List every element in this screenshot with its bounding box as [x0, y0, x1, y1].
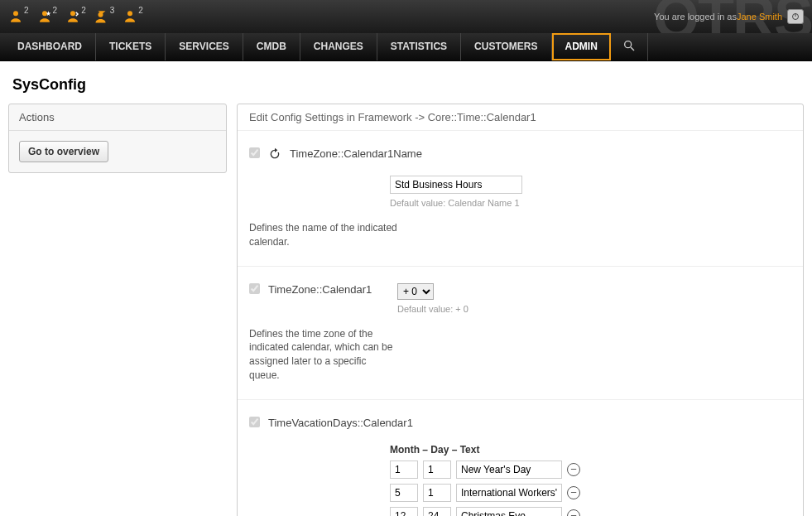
setting-label: TimeVacationDays::Calendar1 — [268, 417, 413, 429]
setting-calendar-timezone: TimeZone::Calendar1 + 0 Default value: +… — [238, 267, 803, 400]
settings-panel: Edit Config Settings in Framework -> Cor… — [237, 104, 804, 516]
setting-label: TimeZone::Calendar1 — [268, 283, 389, 296]
nav-changes[interactable]: CHANGES — [300, 33, 377, 60]
svg-point-1 — [42, 11, 47, 16]
nav-admin[interactable]: ADMIN — [552, 33, 611, 60]
nav-tickets[interactable]: TICKETS — [96, 33, 166, 60]
nav-customers[interactable]: CUSTOMERS — [461, 33, 551, 60]
nav-dashboard[interactable]: DASHBOARD — [4, 33, 96, 60]
setting-description: Defines the time zone of the indicated c… — [249, 327, 398, 383]
badge-count: 2 — [81, 6, 86, 15]
setting-enable-checkbox[interactable] — [249, 417, 260, 427]
svg-point-0 — [13, 11, 18, 16]
calendar-name-input[interactable] — [390, 176, 522, 194]
queue-icon-2[interactable]: 2 — [37, 9, 58, 24]
vacation-month-input[interactable] — [390, 484, 418, 502]
vacation-columns-header: Month – Day – Text — [390, 444, 791, 456]
nav-statistics[interactable]: STATISTICS — [377, 33, 461, 60]
queue-icon-3[interactable]: 2 — [65, 9, 86, 24]
queue-icon-5[interactable]: 2 — [123, 9, 143, 24]
logout-button[interactable] — [787, 9, 804, 24]
badge-count: 2 — [53, 6, 58, 15]
vacation-text-input[interactable] — [456, 507, 562, 516]
app-header: OTRS 2 2 2 3 2 You are logged in as Jane… — [0, 0, 812, 33]
vacation-row: − — [390, 461, 791, 479]
badge-count: 2 — [138, 6, 143, 15]
setting-enable-checkbox[interactable] — [249, 283, 260, 294]
vacation-month-input[interactable] — [390, 461, 418, 479]
go-to-overview-button[interactable]: Go to overview — [19, 141, 108, 162]
vacation-text-input[interactable] — [456, 484, 562, 502]
page-title: SysConfig — [8, 70, 804, 104]
setting-calendar-name: TimeZone::Calendar1Name Default value: C… — [238, 131, 803, 267]
svg-line-9 — [631, 47, 634, 51]
queue-icon-4[interactable]: 3 — [94, 9, 115, 24]
main-content: SysConfig Actions Go to overview Edit Co… — [0, 61, 812, 516]
sidebar-header: Actions — [9, 104, 226, 131]
username-link[interactable]: Jane Smith — [737, 12, 782, 22]
nav-services[interactable]: SERVICES — [166, 33, 243, 60]
svg-point-3 — [70, 11, 75, 16]
nav-search[interactable] — [611, 33, 648, 60]
remove-row-icon[interactable]: − — [567, 509, 580, 516]
setting-label: TimeZone::Calendar1Name — [290, 147, 422, 160]
nav-cmdb[interactable]: CMDB — [243, 33, 300, 60]
actions-sidebar: Actions Go to overview — [8, 104, 227, 173]
vacation-day-input[interactable] — [423, 507, 451, 516]
content-header: Edit Config Settings in Framework -> Cor… — [238, 104, 803, 131]
remove-row-icon[interactable]: − — [567, 463, 580, 476]
default-value-hint: Default value: Calendar Name 1 — [390, 198, 791, 208]
setting-enable-checkbox[interactable] — [249, 147, 260, 158]
remove-row-icon[interactable]: − — [567, 486, 580, 499]
badge-count: 2 — [24, 6, 29, 15]
default-value-hint: Default value: + 0 — [397, 304, 791, 314]
svg-point-5 — [127, 11, 132, 16]
vacation-day-input[interactable] — [423, 484, 451, 502]
svg-point-8 — [625, 41, 632, 48]
vacation-month-input[interactable] — [390, 507, 418, 516]
vacation-row: − — [390, 507, 791, 516]
badge-count: 3 — [110, 6, 115, 15]
vacation-day-input[interactable] — [423, 461, 451, 479]
main-nav: DASHBOARD TICKETS SERVICES CMDB CHANGES … — [0, 33, 812, 61]
header-user-area: You are logged in as Jane Smith — [654, 9, 804, 24]
reset-icon[interactable] — [268, 147, 281, 161]
header-status-icons: 2 2 2 3 2 — [8, 9, 143, 24]
setting-description: Defines the name of the indicated calend… — [249, 221, 398, 249]
vacation-text-input[interactable] — [456, 461, 562, 479]
queue-icon-1[interactable]: 2 — [8, 9, 29, 24]
timezone-select[interactable]: + 0 — [397, 283, 434, 300]
vacation-row: − — [390, 484, 791, 502]
login-status-text: You are logged in as — [654, 12, 737, 22]
setting-vacation-days: TimeVacationDays::Calendar1 Month – Day … — [238, 400, 803, 516]
